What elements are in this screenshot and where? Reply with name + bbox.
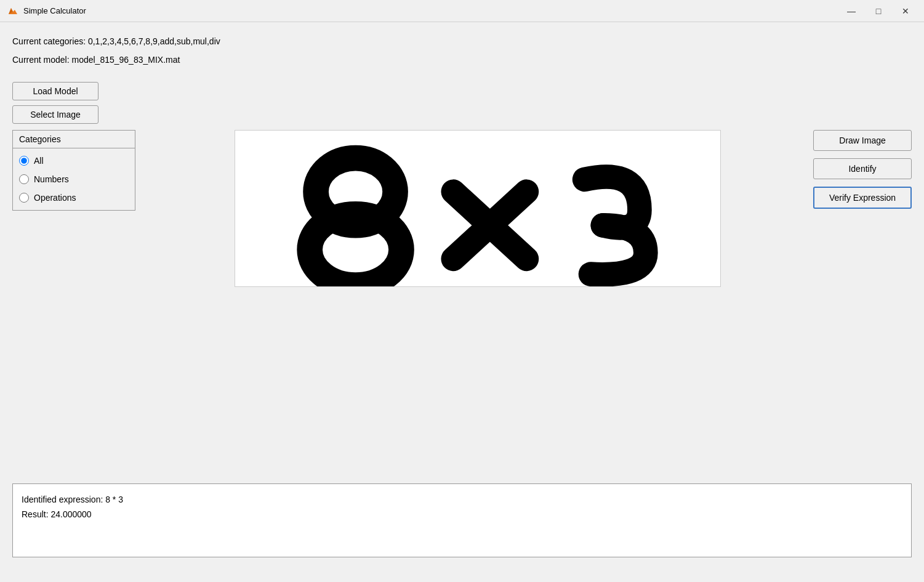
radio-item-all[interactable]: All xyxy=(19,156,129,166)
math-image xyxy=(235,131,720,286)
radio-all-label: All xyxy=(34,156,44,166)
main-content: Current categories: 0,1,2,3,4,5,6,7,8,9,… xyxy=(0,22,924,582)
identify-button[interactable]: Identify xyxy=(813,158,912,179)
main-layout: Categories All Numbers Operations xyxy=(12,130,912,459)
radio-item-operations[interactable]: Operations xyxy=(19,193,129,203)
right-panel: Draw Image Identify Verify Expression xyxy=(813,130,912,459)
categories-list: All Numbers Operations xyxy=(13,148,135,210)
radio-operations-label: Operations xyxy=(34,193,76,203)
window-title: Simple Calculator xyxy=(23,6,840,15)
radio-item-numbers[interactable]: Numbers xyxy=(19,174,129,184)
select-image-button[interactable]: Select Image xyxy=(12,105,98,124)
draw-image-button[interactable]: Draw Image xyxy=(813,130,912,151)
radio-numbers[interactable] xyxy=(19,174,29,184)
close-button[interactable]: ✕ xyxy=(894,2,917,20)
result-box: Identified expression: 8 * 3 Result: 24.… xyxy=(12,483,912,557)
categories-info: Current categories: 0,1,2,3,4,5,6,7,8,9,… xyxy=(12,34,912,48)
radio-all[interactable] xyxy=(19,156,29,166)
result-value: Result: 24.000000 xyxy=(22,507,902,522)
maximize-button[interactable]: □ xyxy=(867,2,890,20)
categories-title: Categories xyxy=(13,131,135,148)
image-area xyxy=(154,130,801,459)
top-buttons: Load Model Select Image xyxy=(12,82,912,124)
result-expression: Identified expression: 8 * 3 xyxy=(22,493,902,507)
window-controls: — □ ✕ xyxy=(840,2,917,20)
verify-expression-button[interactable]: Verify Expression xyxy=(813,187,912,209)
categories-box: Categories All Numbers Operations xyxy=(12,130,135,211)
minimize-button[interactable]: — xyxy=(840,2,862,20)
radio-numbers-label: Numbers xyxy=(34,174,69,184)
app-window: Simple Calculator — □ ✕ Current categori… xyxy=(0,0,924,582)
bottom-section: Identified expression: 8 * 3 Result: 24.… xyxy=(12,483,912,570)
left-panel: Categories All Numbers Operations xyxy=(12,130,142,459)
title-bar: Simple Calculator — □ ✕ xyxy=(0,0,924,22)
model-info: Current model: model_815_96_83_MIX.mat xyxy=(12,53,912,67)
image-canvas xyxy=(235,130,721,287)
radio-operations[interactable] xyxy=(19,193,29,203)
app-icon xyxy=(7,6,18,17)
load-model-button[interactable]: Load Model xyxy=(12,82,98,100)
